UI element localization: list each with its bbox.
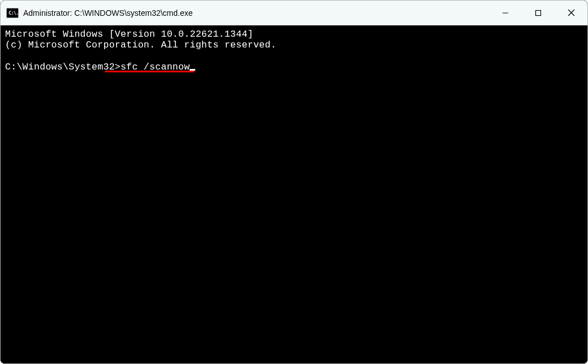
maximize-icon	[535, 10, 542, 16]
prompt-text: C:\Windows\System32>	[5, 62, 121, 72]
cmd-icon: C:\.	[6, 8, 19, 18]
window-controls	[489, 1, 587, 25]
window-title: Administrator: C:\WINDOWS\system32\cmd.e…	[23, 8, 193, 18]
annotation-underline	[105, 71, 194, 72]
terminal-prompt-line: C:\Windows\System32>sfc /scannow	[5, 62, 583, 72]
close-icon	[568, 9, 575, 16]
blank-line	[5, 51, 583, 62]
close-button[interactable]	[555, 1, 587, 25]
minimize-button[interactable]	[489, 1, 522, 25]
titlebar[interactable]: C:\. Administrator: C:\WINDOWS\system32\…	[1, 1, 587, 25]
terminal-output-line: Microsoft Windows [Version 10.0.22621.13…	[5, 29, 583, 40]
svg-rect-1	[536, 10, 541, 15]
cmd-window: C:\. Administrator: C:\WINDOWS\system32\…	[0, 0, 588, 364]
terminal-output-line: (c) Microsoft Corporation. All rights re…	[5, 40, 583, 50]
minimize-icon	[502, 10, 509, 16]
maximize-button[interactable]	[522, 1, 555, 25]
title-left: C:\. Administrator: C:\WINDOWS\system32\…	[1, 8, 489, 18]
terminal-area[interactable]: Microsoft Windows [Version 10.0.22621.13…	[1, 25, 587, 363]
